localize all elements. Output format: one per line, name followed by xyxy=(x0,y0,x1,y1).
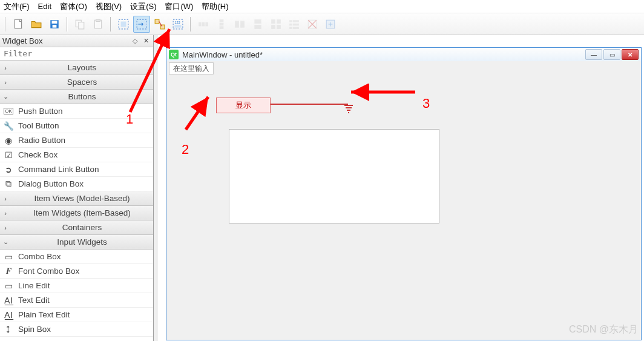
category-layouts[interactable]: ›Layouts xyxy=(0,61,153,75)
adjust-size-button[interactable] xyxy=(322,16,339,33)
dlg-icon: ⧉ xyxy=(4,179,13,189)
tab-order-mode-button[interactable]: 123 xyxy=(169,16,186,33)
category-input-widgets[interactable]: ⌄Input Widgets xyxy=(0,235,153,250)
open-file-button[interactable] xyxy=(28,16,45,33)
grid-layout-button[interactable] xyxy=(268,16,284,33)
svg-rect-28 xyxy=(277,19,281,24)
close-button[interactable]: ✕ xyxy=(622,49,639,60)
menu-window-w[interactable]: 窗口(W) xyxy=(165,1,193,12)
svg-rect-7 xyxy=(96,19,100,21)
designer-canvas: Qt MainWindow - untitled* — ▭ ✕ 在这里输入 显示 xyxy=(154,35,644,341)
widget-item-combo-box[interactable]: ▭Combo Box xyxy=(0,250,153,264)
widget-item-push-button[interactable]: OKPush Button xyxy=(0,104,153,119)
maximize-button[interactable]: ▭ xyxy=(603,49,620,60)
svg-rect-30 xyxy=(277,25,281,29)
qt-icon: Qt xyxy=(169,50,179,59)
svg-rect-17 xyxy=(199,22,202,26)
menu-file[interactable]: 文件(F) xyxy=(4,1,30,12)
svg-rect-21 xyxy=(220,22,224,25)
svg-rect-26 xyxy=(254,25,261,29)
widget-box-title: Widget Box ◇ ✕ xyxy=(0,35,153,47)
category-item-widgets-item-based-[interactable]: ›Item Widgets (Item-Based) xyxy=(0,206,153,220)
new-file-button[interactable] xyxy=(10,16,27,33)
widget-item-text-edit[interactable]: A̲I̲Text Edit xyxy=(0,293,153,308)
break-layout-button[interactable] xyxy=(304,16,321,33)
svg-rect-5 xyxy=(79,22,84,28)
svg-rect-27 xyxy=(271,19,275,24)
hlayout-button[interactable] xyxy=(195,16,212,33)
widget-item-check-box[interactable]: ☑Check Box xyxy=(0,148,153,162)
paste-button[interactable] xyxy=(90,16,107,33)
svg-text:123: 123 xyxy=(174,20,180,24)
widget-item-dialog-button-box[interactable]: ⧉Dialog Button Box xyxy=(0,177,153,191)
vsplit-button[interactable] xyxy=(249,16,266,33)
svg-rect-16 xyxy=(174,25,181,28)
push-button-widget[interactable]: 显示 xyxy=(216,98,271,113)
svg-rect-33 xyxy=(289,23,292,25)
combo-icon: ▭ xyxy=(4,252,13,262)
text-edit-widget[interactable] xyxy=(229,129,439,223)
svg-rect-19 xyxy=(205,22,208,26)
spin-icon: ⭥ xyxy=(4,325,13,334)
OK-icon: OK xyxy=(4,107,13,116)
form-window-title: MainWindow - untitled* xyxy=(182,50,263,59)
form-layout-button[interactable] xyxy=(286,16,303,33)
svg-rect-32 xyxy=(293,20,299,22)
category-containers[interactable]: ›Containers xyxy=(0,220,153,235)
svg-rect-23 xyxy=(235,21,239,27)
ptext-icon: A̲I̲ xyxy=(4,310,13,320)
svg-rect-29 xyxy=(271,25,275,29)
svg-rect-20 xyxy=(220,19,224,22)
menu-type-here[interactable]: 在这里输入 xyxy=(169,62,214,74)
category-spacers[interactable]: ›Spacers xyxy=(0,75,153,90)
menubar: 文件(F) Edit 窗体(O) 视图(V) 设置(S) 窗口(W) 帮助(H) xyxy=(0,0,644,13)
widget-box-panel: Widget Box ◇ ✕ ›Layouts›Spacers⌄ButtonsO… xyxy=(0,35,154,341)
widget-item-command-link-button[interactable]: ➲Command Link Button xyxy=(0,162,153,177)
category-item-views-model-based-[interactable]: ›Item Views (Model-Based) xyxy=(0,191,153,206)
svg-rect-18 xyxy=(202,22,205,26)
menu-window-o[interactable]: 窗体(O) xyxy=(60,1,87,12)
buddy-mode-button[interactable] xyxy=(151,16,168,33)
minimize-button[interactable]: — xyxy=(585,49,602,60)
splitter-handle[interactable] xyxy=(154,35,157,341)
form-window-titlebar[interactable]: Qt MainWindow - untitled* — ▭ ✕ xyxy=(166,48,641,61)
signal-connection-line xyxy=(271,104,348,105)
panel-float-button[interactable]: ◇ xyxy=(130,36,140,46)
watermark: CSDN @东木月 xyxy=(569,323,638,336)
signal-slot-mode-button[interactable] xyxy=(133,16,150,33)
cmd-icon: ➲ xyxy=(4,165,13,174)
copy-button[interactable] xyxy=(71,16,88,33)
widget-item-tool-button[interactable]: 🔧Tool Button xyxy=(0,119,153,133)
signal-ground-icon xyxy=(344,104,353,114)
widget-item-font-combo-box[interactable]: 𝑭Font Combo Box xyxy=(0,264,153,279)
save-file-button[interactable] xyxy=(46,16,63,33)
panel-close-button[interactable]: ✕ xyxy=(141,36,151,46)
radio-icon: ◉ xyxy=(4,136,13,145)
widget-item-plain-text-edit[interactable]: A̲I̲Plain Text Edit xyxy=(0,308,153,322)
svg-rect-2 xyxy=(52,21,58,24)
menu-settings[interactable]: 设置(S) xyxy=(130,1,156,12)
svg-rect-34 xyxy=(293,23,299,25)
hsplit-button[interactable] xyxy=(231,16,248,33)
category-buttons[interactable]: ⌄Buttons xyxy=(0,90,153,104)
svg-rect-31 xyxy=(289,20,292,22)
form-area[interactable]: 在这里输入 显示 xyxy=(166,61,641,340)
menu-edit[interactable]: Edit xyxy=(38,2,51,11)
check-icon: ☑ xyxy=(4,150,13,160)
widget-item-line-edit[interactable]: ▭Line Edit xyxy=(0,279,153,293)
svg-rect-24 xyxy=(240,21,245,27)
vlayout-button[interactable] xyxy=(213,16,230,33)
svg-rect-36 xyxy=(293,27,299,28)
filter-input[interactable] xyxy=(0,47,153,61)
menu-help[interactable]: 帮助(H) xyxy=(202,1,228,12)
menu-view[interactable]: 视图(V) xyxy=(96,1,122,12)
select-mode-button[interactable] xyxy=(115,16,132,33)
widget-item-radio-button[interactable]: ◉Radio Button xyxy=(0,133,153,148)
svg-rect-3 xyxy=(53,25,57,28)
svg-rect-9 xyxy=(121,21,126,27)
widget-item-spin-box[interactable]: ⭥Spin Box xyxy=(0,322,153,337)
form-window: Qt MainWindow - untitled* — ▭ ✕ 在这里输入 显示 xyxy=(166,47,642,340)
svg-rect-12 xyxy=(155,19,159,24)
svg-rect-35 xyxy=(289,27,292,28)
svg-rect-25 xyxy=(254,19,261,24)
